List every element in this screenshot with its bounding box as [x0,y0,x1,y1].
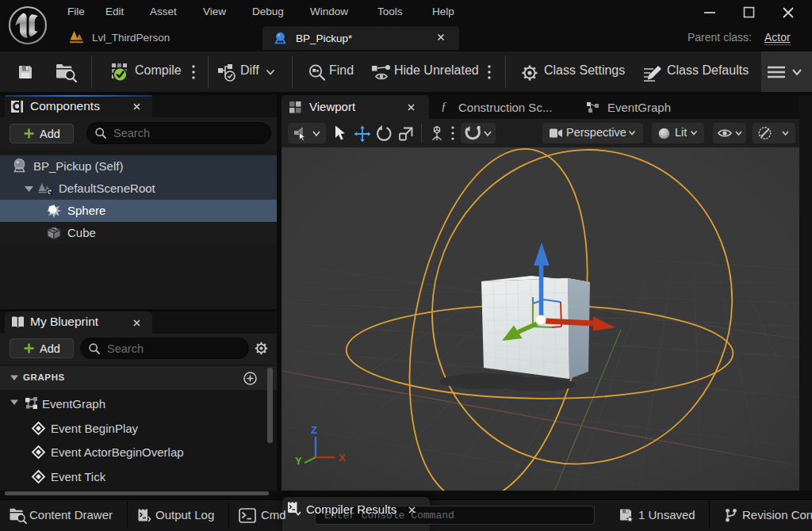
svg-text:Z: Z [311,424,317,436]
svg-text:X: X [339,452,346,464]
svg-text:Y: Y [295,455,302,467]
